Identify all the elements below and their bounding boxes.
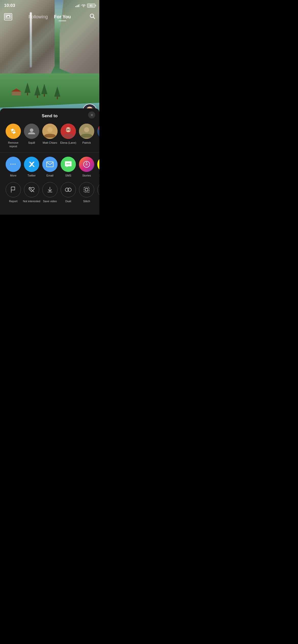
patrick-avatar (79, 124, 94, 139)
contact-item[interactable]: Elena (Lane) (59, 124, 77, 148)
status-bar: 10:03 81 (0, 0, 99, 11)
svg-point-28 (66, 163, 67, 164)
action-stitch[interactable]: Stitch (77, 182, 96, 203)
action-name: Save video (43, 199, 57, 203)
action-name: Duet (65, 199, 71, 203)
app-name: SMS (65, 174, 71, 177)
sheet-header: Send to ✕ (0, 108, 99, 122)
actions-row: Report Not interested Save video (0, 181, 99, 207)
svg-point-15 (47, 127, 52, 132)
svg-point-17 (66, 127, 71, 132)
remove-repost-avatar (6, 124, 21, 139)
contact-item[interactable]: 2020 Peter K. Szpy... (96, 124, 99, 148)
app-name: More (10, 174, 16, 177)
app-name: Twitter (28, 174, 36, 177)
app-item-stories[interactable]: Stories (77, 157, 96, 177)
send-to-sheet: Send to ✕ Remove repost Squill (0, 108, 99, 215)
action-name: Not interested (23, 199, 40, 203)
tab-for-you[interactable]: For You (54, 14, 71, 20)
status-icons: 81 (75, 4, 95, 8)
contact-item[interactable]: Squill (22, 124, 41, 148)
app-name: Email (46, 174, 53, 177)
svg-point-37 (68, 188, 71, 192)
more-icon: ··· (6, 157, 21, 172)
contact-item[interactable]: Remove repost (4, 124, 22, 148)
squill-avatar (24, 124, 39, 139)
app-item-sms[interactable]: SMS (59, 157, 77, 177)
battery-icon: 81 (87, 4, 95, 8)
sms-icon (61, 157, 76, 172)
contact-name: Peter K. Szpy... (96, 141, 99, 148)
wifi-icon (81, 4, 86, 8)
app-item-snapchat[interactable]: Snapchat (96, 157, 99, 177)
apps-row: ··· More Twitter Email (0, 153, 99, 181)
app-item-email[interactable]: Email (41, 157, 59, 177)
not-interested-icon (24, 182, 39, 197)
nav-tabs: Following For You (29, 14, 71, 20)
peter-avatar: 2020 (97, 124, 99, 139)
contact-name: Matt Chiaro (43, 141, 57, 144)
live-button[interactable]: LIVE (4, 13, 12, 20)
svg-text:LIVE: LIVE (7, 16, 9, 18)
contact-name: Squill (28, 141, 35, 144)
contact-name: Remove repost (4, 141, 22, 148)
svg-point-29 (68, 163, 69, 164)
action-report[interactable]: Report (4, 182, 22, 203)
stories-icon (79, 157, 94, 172)
live-photo-icon (97, 182, 99, 197)
tab-following[interactable]: Following (29, 14, 48, 20)
save-video-icon (42, 182, 58, 197)
action-name: Stitch (83, 199, 90, 203)
close-button[interactable]: ✕ (88, 111, 95, 119)
action-duet[interactable]: Duet (59, 182, 77, 203)
search-button[interactable] (89, 13, 95, 21)
matt-avatar (42, 124, 58, 139)
app-item-twitter[interactable]: Twitter (22, 157, 41, 177)
status-time: 10:03 (4, 3, 15, 8)
action-save-video[interactable]: Save video (41, 182, 59, 203)
live-icon: LIVE (4, 13, 12, 20)
contact-item[interactable]: Patrick (77, 124, 96, 148)
svg-point-32 (86, 164, 87, 165)
action-not-interested[interactable]: Not interested (22, 182, 41, 203)
email-icon (42, 157, 58, 172)
duet-icon (61, 182, 76, 197)
stitch-icon (79, 182, 94, 197)
svg-point-13 (30, 128, 33, 132)
app-name: Stories (82, 174, 91, 177)
contact-name: Patrick (82, 141, 91, 144)
contact-name: Elena (Lane) (60, 141, 76, 144)
app-name: Snapchat (99, 174, 99, 177)
svg-point-22 (84, 127, 89, 132)
twitter-icon (24, 157, 39, 172)
contact-item[interactable]: Matt Chiaro (41, 124, 59, 148)
signal-icon (75, 4, 80, 7)
snapchat-icon (97, 157, 99, 172)
svg-line-4 (93, 17, 95, 19)
report-icon (6, 182, 21, 197)
svg-rect-38 (84, 187, 89, 192)
elena-avatar (61, 124, 76, 139)
svg-rect-39 (85, 188, 88, 191)
top-navigation: LIVE Following For You (0, 11, 99, 22)
sheet-title: Send to (42, 113, 58, 119)
contacts-row: Remove repost Squill Matt Chiaro (0, 122, 99, 152)
action-name: Report (9, 199, 17, 203)
action-live-photo[interactable]: Live ph... (96, 182, 99, 203)
svg-point-30 (69, 163, 70, 164)
app-item-more[interactable]: ··· More (4, 157, 22, 177)
